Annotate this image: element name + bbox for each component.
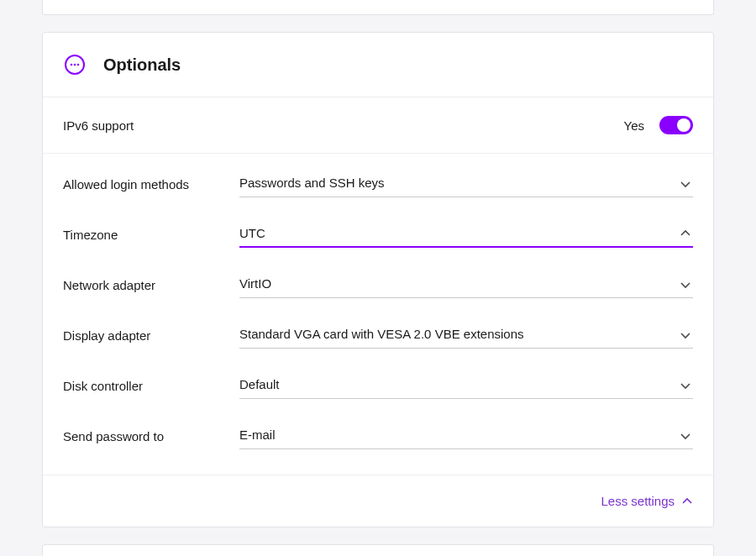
card-title: Optionals <box>103 55 181 75</box>
chevron-down-icon <box>680 178 691 190</box>
field-label: Disk controller <box>63 379 239 393</box>
field-label: Network adapter <box>63 278 239 292</box>
ipv6-state-text: Yes <box>624 118 644 133</box>
field-label: Timezone <box>63 228 239 242</box>
options-list: Allowed login methodsPasswords and SSH k… <box>43 154 713 475</box>
field-select[interactable]: Default <box>239 372 693 399</box>
field-label: Allowed login methods <box>63 177 239 191</box>
field-row: Send password toE-mail <box>63 411 693 461</box>
optionals-card: Optionals IPv6 support Yes Allowed login… <box>42 32 714 527</box>
toggle-knob <box>677 118 690 132</box>
chevron-up-icon <box>680 228 691 239</box>
card-header: Optionals <box>43 33 713 97</box>
field-row: Disk controllerDefault <box>63 360 693 411</box>
field-select[interactable]: Standard VGA card with VESA 2.0 VBE exte… <box>239 322 693 349</box>
field-label: Display adapter <box>63 328 239 343</box>
field-label: Send password to <box>63 429 239 443</box>
chevron-down-icon <box>680 430 691 442</box>
field-select[interactable]: Passwords and SSH keys <box>239 170 693 197</box>
chevron-down-icon <box>680 279 691 291</box>
field-value: UTC <box>239 226 265 240</box>
less-settings-button[interactable]: Less settings <box>601 494 693 508</box>
field-row: Allowed login methodsPasswords and SSH k… <box>63 159 693 209</box>
field-value: Passwords and SSH keys <box>239 176 385 190</box>
ellipsis-circle-icon <box>63 53 87 76</box>
field-value: VirtIO <box>239 276 271 291</box>
ipv6-label: IPv6 support <box>63 118 134 133</box>
card-footer: Less settings <box>43 475 713 527</box>
svg-point-3 <box>77 64 80 66</box>
field-row: Display adapterStandard VGA card with VE… <box>63 310 693 360</box>
field-row: TimezoneUTC <box>63 209 693 260</box>
field-value: Standard VGA card with VESA 2.0 VBE exte… <box>239 327 524 341</box>
chevron-down-icon <box>680 380 691 391</box>
next-card-peek <box>42 544 714 556</box>
less-settings-label: Less settings <box>601 494 675 508</box>
field-value: E-mail <box>239 427 276 442</box>
field-value: Default <box>239 377 280 391</box>
svg-point-2 <box>74 64 76 66</box>
chevron-down-icon <box>680 329 691 341</box>
chevron-up-icon <box>681 496 693 507</box>
field-select[interactable]: UTC <box>239 221 693 248</box>
ipv6-toggle[interactable] <box>659 116 693 134</box>
field-row: Network adapterVirtIO <box>63 260 693 310</box>
previous-card-peek <box>42 0 714 15</box>
field-select[interactable]: E-mail <box>239 422 693 449</box>
field-select[interactable]: VirtIO <box>239 271 693 298</box>
ipv6-row: IPv6 support Yes <box>43 97 713 154</box>
svg-point-1 <box>71 64 73 66</box>
